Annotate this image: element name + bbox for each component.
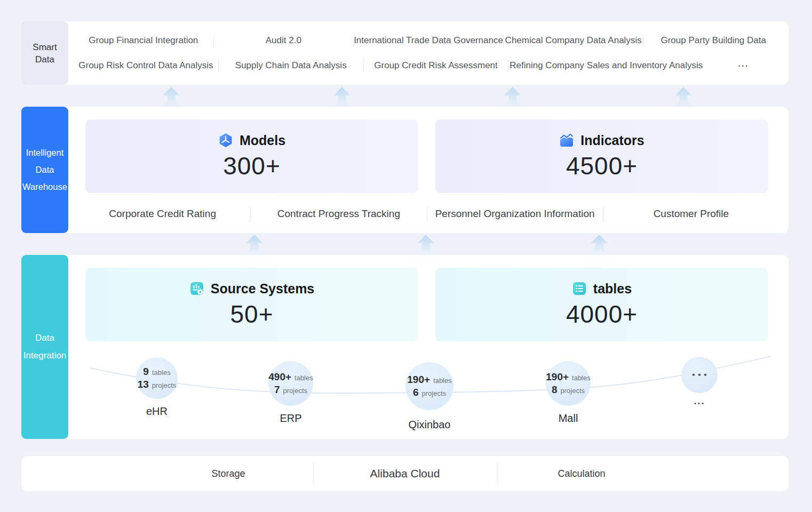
source-projects-line: 6 projects: [413, 387, 446, 398]
models-card-header: Models: [218, 133, 285, 148]
tables-unit: tables: [572, 374, 591, 382]
up-arrow-icon: [575, 234, 623, 258]
projects-unit: projects: [561, 387, 585, 395]
tables-unit: tables: [152, 369, 171, 377]
source-systems-card-header: Source Systems: [189, 281, 315, 297]
source-tables-line: 9 tables: [143, 366, 170, 378]
item-personnel-organization-information: Personnel Organization Information: [427, 208, 603, 220]
up-arrow-icon: [147, 86, 195, 110]
source-tables-line: 190+ tables: [407, 374, 452, 386]
infra-storage: Storage: [211, 456, 245, 491]
up-arrow-icon: [318, 86, 366, 110]
use-case-group-credit-risk-assessment: Group Credit Risk Assessment: [364, 60, 508, 71]
data-architecture-diagram: Smart Data Group Financial Integration A…: [0, 0, 812, 512]
source-name-erp: ERP: [280, 412, 301, 425]
more-sources-label: ...: [694, 396, 705, 407]
tables-card-header: tables: [572, 281, 632, 297]
warehouse-label-line3: Warehouse: [22, 182, 67, 192]
warehouse-label-line2: Data: [36, 165, 54, 175]
source-bubble-mall: 190+ tables 8 projects: [546, 361, 591, 406]
use-case-row-2: Group Risk Control Data Analysis Supply …: [68, 59, 789, 72]
up-arrow-icon: [402, 234, 450, 258]
smart-data-label-line1: Smart: [33, 41, 57, 53]
source-bubble-qixinbao: 190+ tables 6 projects: [405, 362, 453, 410]
source-projects-line: 8 projects: [552, 384, 585, 396]
item-customer-profile: Customer Profile: [603, 208, 779, 220]
more-sources-dots: •••: [689, 370, 710, 380]
infra-bar: Storage Alibaba Cloud Calculation: [21, 456, 789, 491]
use-case-supply-chain-data-analysis: Supply Chain Data Analysis: [219, 60, 363, 71]
models-icon: [218, 133, 233, 148]
integration-label-line2: Integration: [23, 350, 66, 361]
use-case-rows: Group Financial Integration Audit 2.0 In…: [68, 21, 789, 85]
use-case-international-trade-data-governance: International Trade Data Governance: [354, 35, 503, 46]
projects-count: 13: [138, 379, 149, 390]
source-systems-card: Source Systems 50+: [85, 268, 418, 341]
models-card: Models 300+: [85, 119, 418, 193]
divider: [313, 463, 314, 484]
use-case-group-party-building-data: Group Party Building Data: [643, 35, 783, 46]
source-projects-line: 13 projects: [138, 379, 177, 390]
source-name-qixinbao: Qixinbao: [409, 419, 451, 431]
item-corporate-credit-rating: Corporate Credit Rating: [75, 208, 250, 220]
source-name-mall: Mall: [559, 412, 578, 425]
tables-card: tables 4000+: [435, 268, 768, 341]
projects-unit: projects: [283, 387, 308, 395]
infra-alibaba-cloud: Alibaba Cloud: [370, 456, 440, 491]
source-bubble-more[interactable]: •••: [681, 357, 718, 393]
projects-unit: projects: [152, 381, 177, 389]
tables-count: 190+: [546, 371, 569, 383]
divider: [497, 463, 498, 484]
use-case-audit-2-0: Audit 2.0: [214, 35, 354, 46]
indicators-icon: [559, 133, 574, 148]
infra-calculation: Calculation: [558, 456, 605, 491]
models-card-value: 300+: [223, 151, 281, 180]
use-case-group-financial-integration: Group Financial Integration: [74, 35, 213, 46]
indicators-card: Indicators 4500+: [435, 119, 768, 193]
models-card-title: Models: [240, 133, 285, 148]
source-projects-line: 7 projects: [274, 384, 307, 396]
tables-card-title: tables: [593, 281, 632, 297]
tables-card-value: 4000+: [566, 300, 638, 329]
smart-data-label-box: Smart Data: [21, 21, 68, 85]
indicators-card-value: 4500+: [566, 151, 638, 180]
source-systems-card-title: Source Systems: [211, 281, 315, 297]
tables-count: 490+: [268, 371, 291, 383]
warehouse-items-row: Corporate Credit Rating Contract Progres…: [75, 202, 779, 226]
source-systems-icon: [189, 281, 204, 296]
tables-count: 9: [143, 366, 149, 378]
tables-unit: tables: [294, 374, 313, 382]
projects-count: 8: [552, 384, 558, 396]
tables-unit: tables: [433, 377, 452, 385]
source-bubble-ehr: 9 tables 13 projects: [136, 357, 178, 399]
integration-label-line1: Data: [35, 333, 54, 343]
up-arrow-icon: [230, 234, 278, 258]
up-arrow-icon: [489, 86, 537, 110]
tables-icon: [572, 281, 587, 296]
use-case-chemical-company-data-analysis: Chemical Company Data Analysis: [504, 35, 643, 46]
projects-count: 6: [413, 387, 419, 398]
more-use-cases-ellipsis[interactable]: ⋯: [704, 59, 783, 72]
use-case-row-1: Group Financial Integration Audit 2.0 In…: [68, 34, 789, 47]
indicators-card-header: Indicators: [559, 133, 644, 148]
source-tables-line: 490+ tables: [268, 371, 313, 383]
projects-count: 7: [274, 384, 280, 396]
source-systems-card-value: 50+: [230, 300, 273, 329]
warehouse-label-box: Intelligent Data Warehouse: [21, 107, 68, 233]
projects-unit: projects: [422, 389, 447, 397]
integration-label-box: Data Integration: [21, 255, 68, 439]
up-arrow-icon: [659, 86, 707, 110]
smart-data-label-line2: Data: [35, 53, 54, 66]
use-case-group-risk-control-data-analysis: Group Risk Control Data Analysis: [74, 60, 218, 71]
item-contract-progress-tracking: Contract Progress Tracking: [251, 208, 426, 220]
warehouse-label-line1: Intelligent: [26, 148, 64, 158]
tables-count: 190+: [407, 374, 430, 386]
source-bubble-erp: 490+ tables 7 projects: [268, 361, 313, 406]
source-name-ehr: eHR: [146, 405, 168, 418]
source-tables-line: 190+ tables: [546, 371, 591, 383]
indicators-card-title: Indicators: [580, 133, 644, 148]
use-case-refining-company-sales-inventory: Refining Company Sales and Inventory Ana…: [508, 60, 704, 71]
